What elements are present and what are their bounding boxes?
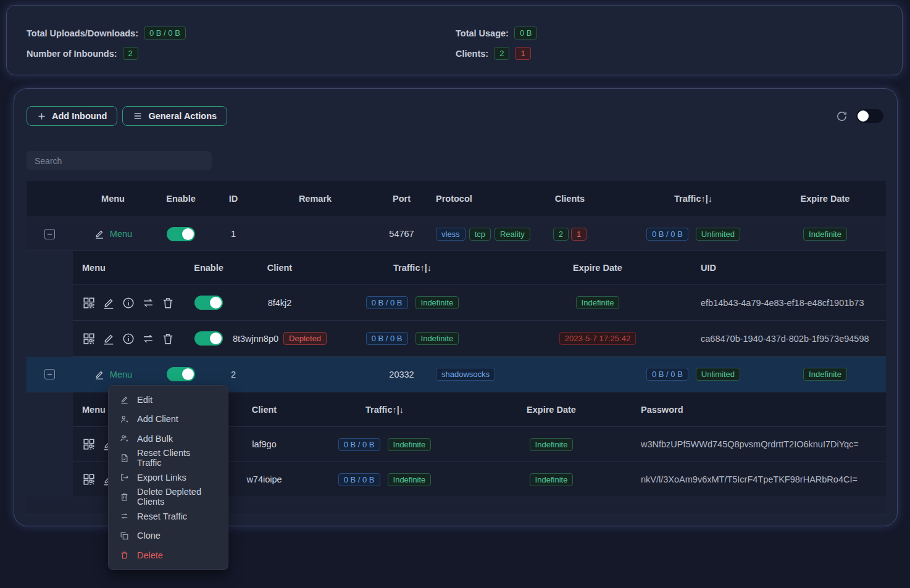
client-row: 8t3wjnn8p0 Depleted 0 B / 0 B Indefinite…	[73, 321, 886, 357]
stat-label: Number of Inbounds:	[27, 49, 117, 59]
col-enable: Enable	[153, 194, 209, 204]
menu-item-add-bulk[interactable]: Add Bulk	[109, 429, 228, 449]
client-actions	[73, 296, 181, 310]
inbound-port: 54767	[372, 229, 431, 239]
col-enable: Enable	[181, 263, 236, 273]
collapse-row-button[interactable]	[44, 229, 55, 239]
traffic-badge: 0 B / 0 B	[338, 438, 380, 451]
copy-icon	[120, 531, 129, 540]
user-add-icon	[120, 415, 129, 424]
qrcode-icon[interactable]	[82, 437, 96, 451]
pencil-icon	[94, 369, 105, 380]
inbound-id: 2	[209, 370, 258, 379]
expire-badge: Indefinite	[803, 228, 847, 241]
client-name: laf9go	[230, 439, 298, 449]
client-actions	[73, 332, 181, 346]
add-inbound-button[interactable]: Add Inbound	[27, 106, 117, 126]
pencil-icon	[120, 395, 129, 404]
col-expire-date: Expire Date	[502, 263, 693, 273]
trash-lines-icon	[120, 492, 129, 502]
stat-total-uploads-downloads: Total Uploads/Downloads: 0 B / 0 B	[27, 23, 456, 43]
col-protocol: Protocol	[431, 194, 517, 204]
menu-item-reset-traffic[interactable]: Reset Traffic	[109, 507, 228, 526]
menu-item-export-links[interactable]: Export Links	[109, 468, 228, 487]
refresh-icon[interactable]	[836, 110, 848, 122]
table-header-row: Menu Enable ID Remark Port Protocol Clie…	[27, 181, 886, 217]
traffic-badge: 0 B / 0 B	[338, 473, 380, 486]
enable-toggle[interactable]	[167, 367, 195, 381]
pencil-icon	[94, 228, 105, 239]
clients-active-badge: 2	[553, 228, 569, 241]
dark-mode-toggle[interactable]	[856, 109, 883, 123]
col-clients: Clients	[517, 194, 622, 204]
traffic-cap-badge: Unlimited	[696, 368, 740, 381]
protocol-tag: vless	[436, 228, 465, 241]
enable-toggle[interactable]	[167, 227, 195, 241]
inbound-menu-button[interactable]: Menu	[94, 228, 132, 239]
stat-total-usage: Total Usage: 0 B	[456, 23, 902, 43]
expire-badge: Indefinite	[530, 438, 574, 451]
traffic-cap-badge: Indefinite	[415, 332, 459, 345]
stat-number-of-inbounds: Number of Inbounds: 2	[27, 43, 456, 64]
clients-subtable-1: Menu Enable Client Traffic↑|↓ Expire Dat…	[73, 251, 886, 357]
clients-depleted-badge: 1	[515, 47, 530, 60]
qrcode-icon[interactable]	[82, 473, 96, 486]
col-password: Password	[632, 405, 886, 415]
client-name: 8t3wjnn8p0	[233, 334, 278, 344]
traffic-badge: 0 B / 0 B	[646, 368, 688, 381]
file-check-icon	[120, 453, 129, 463]
search-input[interactable]	[27, 151, 212, 170]
edit-client-icon[interactable]	[102, 296, 115, 310]
col-client: Client	[236, 263, 323, 273]
client-password: w3NfbzUPf5WWd745Q8pvsmQrdrttT2IO6knuI7Di…	[632, 439, 886, 449]
menu-item-delete-depleted-clients[interactable]: Delete Depleted Clients	[109, 487, 228, 507]
menu-item-delete[interactable]: Delete	[109, 545, 228, 565]
traffic-badge: 0 B / 0 B	[646, 228, 688, 241]
qrcode-icon[interactable]	[82, 296, 96, 310]
general-actions-button[interactable]: General Actions	[122, 106, 227, 126]
minus-icon	[46, 371, 53, 378]
delete-client-icon[interactable]	[161, 296, 175, 310]
col-traffic[interactable]: Traffic↑|↓	[622, 194, 764, 204]
inbound-id: 1	[209, 229, 258, 239]
qrcode-icon[interactable]	[82, 332, 96, 346]
add-inbound-label: Add Inbound	[52, 111, 107, 121]
menu-item-edit[interactable]: Edit	[109, 390, 228, 410]
col-traffic[interactable]: Traffic↑|↓	[298, 405, 471, 415]
expire-badge: Indefinite	[803, 368, 847, 381]
traffic-cap-badge: Indefinite	[388, 473, 432, 486]
trash-icon	[120, 550, 129, 560]
stat-value-badge: 0 B / 0 B	[144, 27, 186, 39]
reset-client-traffic-icon[interactable]	[141, 332, 155, 346]
traffic-cap-badge: Indefinite	[388, 438, 432, 451]
expire-badge: 2023-5-7 17:25:42	[559, 332, 636, 345]
collapse-row-button[interactable]	[44, 369, 55, 379]
edit-client-icon[interactable]	[102, 332, 115, 346]
delete-client-icon[interactable]	[161, 332, 175, 346]
stats-panel: Total Uploads/Downloads: 0 B / 0 B Total…	[6, 5, 903, 75]
plus-icon	[37, 112, 46, 121]
traffic-badge: 0 B / 0 B	[366, 332, 408, 345]
expire-badge: Indefinite	[576, 296, 620, 309]
client-enable-toggle[interactable]	[194, 331, 223, 346]
depleted-badge: Depleted	[283, 332, 327, 345]
info-icon[interactable]	[122, 296, 135, 310]
stat-value-badge: 0 B	[514, 27, 538, 39]
inbound-menu-button[interactable]: Menu	[94, 369, 132, 380]
clients-active-badge: 2	[494, 47, 509, 60]
col-traffic[interactable]: Traffic↑|↓	[323, 263, 502, 273]
col-menu: Menu	[73, 194, 153, 204]
swap-arrows-icon	[120, 511, 129, 521]
menu-item-clone[interactable]: Clone	[109, 526, 228, 546]
info-icon[interactable]	[122, 332, 135, 346]
transport-tag: tcp	[469, 228, 491, 241]
reset-client-traffic-icon[interactable]	[141, 296, 155, 310]
stat-label: Total Uploads/Downloads:	[27, 28, 138, 38]
client-uid: efb14b43-4a79-4e83-ef18-e48cf1901b73	[693, 298, 886, 308]
menu-item-reset-clients-traffic[interactable]: Reset Clients Traffic	[109, 449, 228, 468]
expire-badge: Indefinite	[530, 473, 574, 486]
col-client: Client	[230, 405, 298, 415]
client-row: 8f4kj2 0 B / 0 B Indefinite Indefinite e…	[73, 285, 886, 321]
client-enable-toggle[interactable]	[194, 296, 223, 310]
menu-item-add-client[interactable]: Add Client	[109, 410, 228, 429]
